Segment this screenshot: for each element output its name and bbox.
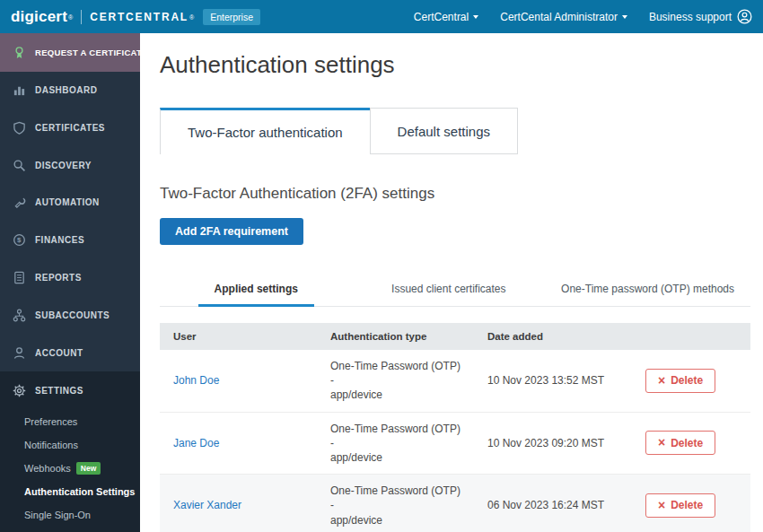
subitem-label: Single Sign-On <box>24 510 91 520</box>
network-hierarchy-icon <box>12 308 26 322</box>
subtab-label: Applied settings <box>198 275 314 307</box>
brand-area: digicert ® CERTCENTRAL ® Enterprise <box>11 8 260 26</box>
chevron-down-icon <box>622 15 627 19</box>
sidebar-subitem-single-sign-on[interactable]: Single Sign-On <box>0 503 140 527</box>
tab-two-factor-authentication[interactable]: Two-Factor authentication <box>160 108 371 154</box>
report-document-icon <box>12 271 26 285</box>
nav-administrator-dropdown[interactable]: CertCental Administrator <box>500 11 627 23</box>
column-header-authentication-type: Authentication type <box>317 323 474 350</box>
subitem-label: Preferences <box>24 416 77 427</box>
user-link[interactable]: John Doe <box>173 374 219 387</box>
sidebar-item-label: ACCOUNT <box>35 348 83 358</box>
top-nav: CertCentral CertCental Administrator Bus… <box>414 9 752 24</box>
nav-label: Business support <box>649 11 732 23</box>
date-added: 10 Nov 2023 13:52 MST <box>487 374 604 387</box>
sidebar-item-label: SUBACCOUNTS <box>35 310 110 320</box>
delete-label: Delete <box>671 437 703 449</box>
chevron-down-icon <box>473 15 478 19</box>
shield-icon <box>12 120 26 135</box>
column-header-actions <box>632 323 750 350</box>
subtab-label: One-Time password (OTP) methods <box>545 275 750 307</box>
sidebar-item-subaccounts[interactable]: SUBACCOUNTS <box>0 296 140 334</box>
sidebar-item-finances[interactable]: $ FINANCES <box>0 222 140 259</box>
page-title: Authentication settings <box>160 51 750 79</box>
new-badge: New <box>76 462 101 475</box>
auth-type: app/device <box>330 513 460 528</box>
subitem-label: Notifications <box>24 440 78 450</box>
sidebar-item-dashboard[interactable]: DASHBOARD <box>0 72 140 109</box>
certificate-icon <box>12 45 26 59</box>
date-added: 10 Nov 2023 09:20 MST <box>487 437 604 449</box>
nav-label: CertCentral <box>414 11 469 23</box>
sidebar-item-label: DISCOVERY <box>35 161 92 170</box>
column-header-date-added: Date added <box>474 323 632 350</box>
user-icon <box>12 345 26 360</box>
gear-icon <box>12 384 26 398</box>
registered-mark: ® <box>189 14 194 21</box>
digicert-logo[interactable]: digicert <box>11 8 67 26</box>
section-title: Two-Factor Authentication (2FA) settings <box>160 185 750 203</box>
sidebar-item-request-certificate[interactable]: REQUEST A CERTIFICATE <box>0 33 140 72</box>
sidebar-item-label: FINANCES <box>35 235 84 245</box>
sidebar: REQUEST A CERTIFICATE DASHBOARD CERTIFIC… <box>0 33 140 532</box>
subtab-issued-client-certificates[interactable]: Issued client certificates <box>353 275 546 306</box>
subitem-label: Authentication Settings <box>24 486 135 497</box>
delete-label: Delete <box>671 374 703 387</box>
subtab-label: Issued client certificates <box>375 275 522 307</box>
delete-button[interactable]: Delete <box>645 369 715 393</box>
brand-divider <box>81 10 82 24</box>
table-row: Xavier Xander One-Time Password (OTP) -a… <box>160 475 750 532</box>
tab-label: Two-Factor authentication <box>188 125 343 140</box>
sidebar-subitem-webhooks[interactable]: Webhooks New <box>0 457 140 480</box>
auth-type: app/device <box>330 450 460 465</box>
user-link[interactable]: Xavier Xander <box>173 499 241 511</box>
auth-type: One-Time Password (OTP) - <box>330 422 460 450</box>
sidebar-item-label: SETTINGS <box>35 386 83 396</box>
nav-business-support[interactable]: Business support <box>649 9 752 24</box>
sidebar-item-settings[interactable]: SETTINGS <box>0 371 140 410</box>
delete-x-icon <box>658 436 665 449</box>
settings-submenu: Preferences Notifications Webhooks New A… <box>0 410 140 532</box>
sidebar-subitem-notifications[interactable]: Notifications <box>0 433 140 457</box>
finances-dollar-icon: $ <box>12 233 26 248</box>
subtab-applied-settings[interactable]: Applied settings <box>160 275 353 306</box>
tab-default-settings[interactable]: Default settings <box>370 108 518 154</box>
registered-mark: ® <box>68 14 73 21</box>
add-2fa-requirement-button[interactable]: Add 2FA requirement <box>160 218 303 245</box>
user-link[interactable]: Jane Doe <box>173 437 219 449</box>
table-row: John Doe One-Time Password (OTP) -app/de… <box>160 350 750 412</box>
subtabs: Applied settings Issued client certifica… <box>160 275 750 307</box>
svg-text:$: $ <box>17 237 22 245</box>
sidebar-subitem-preferences[interactable]: Preferences <box>0 410 140 433</box>
delete-x-icon <box>658 499 665 512</box>
subtab-otp-methods[interactable]: One-Time password (OTP) methods <box>545 275 750 306</box>
sidebar-item-discovery[interactable]: DISCOVERY <box>0 146 140 184</box>
enterprise-badge: Enterprise <box>203 9 260 25</box>
subitem-label: Webhooks <box>24 463 71 474</box>
delete-button[interactable]: Delete <box>645 493 715 518</box>
auth-type: app/device <box>330 388 460 402</box>
auth-type: One-Time Password (OTP) - <box>330 484 460 512</box>
auth-type: One-Time Password (OTP) - <box>330 359 460 388</box>
search-icon <box>12 158 26 172</box>
sidebar-item-account[interactable]: ACCOUNT <box>0 334 140 371</box>
sidebar-item-automation[interactable]: AUTOMATION <box>0 184 140 222</box>
sidebar-item-label: CERTIFICATES <box>35 123 105 133</box>
main-content: Authentication settings Two-Factor authe… <box>140 33 763 532</box>
date-added: 06 Nov 2023 16:24 MST <box>487 499 604 511</box>
delete-x-icon <box>658 374 665 388</box>
table-row: Jane Doe One-Time Password (OTP) -app/de… <box>160 412 750 475</box>
settings-group: SETTINGS Preferences Notifications Webho… <box>0 371 140 532</box>
delete-button[interactable]: Delete <box>645 431 715 455</box>
sidebar-item-label: AUTOMATION <box>35 197 100 207</box>
top-header: digicert ® CERTCENTRAL ® Enterprise Cert… <box>0 0 763 33</box>
delete-label: Delete <box>671 499 703 511</box>
user-circle-icon <box>737 9 752 24</box>
sidebar-item-reports[interactable]: REPORTS <box>0 259 140 297</box>
sidebar-item-label: REPORTS <box>35 273 82 283</box>
sidebar-subitem-authentication-settings[interactable]: Authentication Settings <box>0 480 140 503</box>
sidebar-item-certificates[interactable]: CERTIFICATES <box>0 109 140 147</box>
nav-certcentral-dropdown[interactable]: CertCentral <box>414 11 478 23</box>
certcentral-logo: CERTCENTRAL <box>90 11 189 23</box>
applied-settings-table: User Authentication type Date added John… <box>160 323 750 532</box>
